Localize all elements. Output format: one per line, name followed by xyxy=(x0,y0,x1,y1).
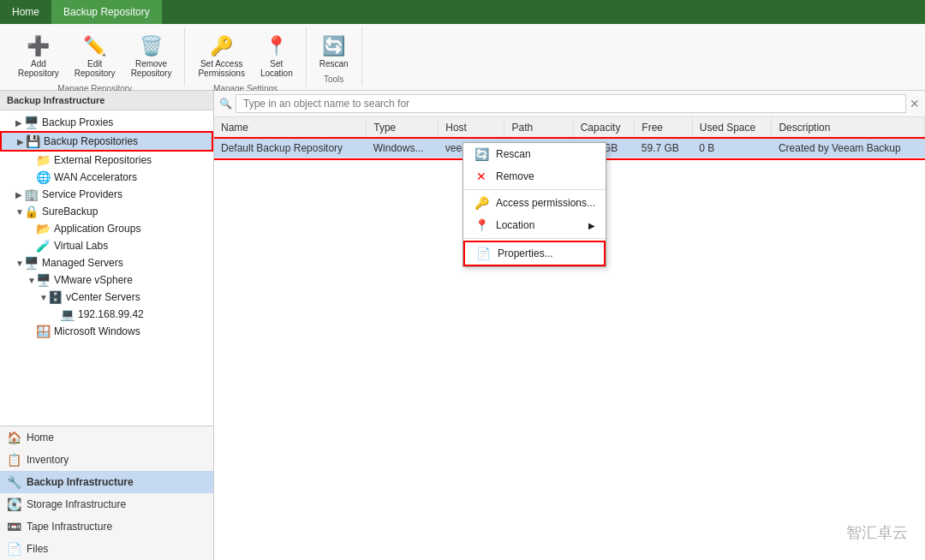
sidebar-item-service-providers[interactable]: ▶ 🏢 Service Providers xyxy=(0,186,213,203)
ip-label: 192.168.99.42 xyxy=(78,308,144,320)
app-groups-label: Application Groups xyxy=(54,223,140,235)
set-location-icon: 📍 xyxy=(265,35,288,57)
tools-group-label: Tools xyxy=(324,74,343,84)
inventory-nav-label: Inventory xyxy=(27,454,69,466)
ctx-rescan[interactable]: 🔄 Rescan xyxy=(463,143,606,165)
title-bar: Home Backup Repository xyxy=(0,0,925,24)
ctx-properties-label: Properties... xyxy=(498,247,553,259)
expand-arrow-ext xyxy=(27,156,36,165)
home-nav-label: Home xyxy=(27,432,54,444)
rescan-ribbon-label: Rescan xyxy=(319,59,349,69)
inventory-nav-icon: 📋 xyxy=(7,453,21,467)
sidebar-item-virtual-labs[interactable]: 🧪 Virtual Labs xyxy=(0,237,213,254)
edit-repository-label: EditRepository xyxy=(75,59,116,78)
add-repository-button[interactable]: ➕ AddRepository xyxy=(12,31,65,82)
backup-infra-nav-icon: 🔧 xyxy=(7,475,21,489)
storage-infra-nav-label: Storage Infrastructure xyxy=(27,498,126,510)
col-description[interactable]: Description xyxy=(772,117,925,139)
surebackup-label: SureBackup xyxy=(42,206,98,217)
sidebar-item-vmware-vsphere[interactable]: ▼ 🖥️ VMware vSphere xyxy=(0,271,213,289)
sidebar-section-title: Backup Infrastructure xyxy=(0,91,213,110)
set-access-label: Set AccessPermissions xyxy=(198,59,244,78)
backup-proxies-label: Backup Proxies xyxy=(42,116,113,128)
ctx-remove[interactable]: ✕ Remove xyxy=(463,165,606,188)
expand-arrow-win xyxy=(27,327,36,337)
ctx-properties[interactable]: 📄 Properties... xyxy=(463,241,606,266)
wan-label: WAN Accelerators xyxy=(54,171,137,183)
tab-backup-repository[interactable]: Backup Repository xyxy=(51,0,162,24)
col-path[interactable]: Path xyxy=(504,117,573,139)
search-clear-icon[interactable]: ✕ xyxy=(910,97,920,110)
tab-home[interactable]: Home xyxy=(0,0,51,24)
set-location-button[interactable]: 📍 SetLocation xyxy=(254,31,299,82)
sidebar-item-surebackup[interactable]: ▼ 🔒 SureBackup xyxy=(0,203,213,220)
nav-home[interactable]: 🏠 Home xyxy=(0,426,213,449)
col-name[interactable]: Name xyxy=(214,117,367,139)
virtual-labs-icon: 🧪 xyxy=(36,239,51,253)
ctx-access-permissions[interactable]: 🔑 Access permissions... xyxy=(463,192,606,214)
col-capacity[interactable]: Capacity xyxy=(573,117,635,139)
tape-infra-nav-label: Tape Infrastructure xyxy=(27,521,112,533)
expand-arrow-sb: ▼ xyxy=(15,207,24,217)
managed-servers-icon: 🖥️ xyxy=(24,256,39,270)
expand-arrow: ▶ xyxy=(15,118,24,128)
ctx-access-icon: 🔑 xyxy=(474,196,489,210)
nav-inventory[interactable]: 📋 Inventory xyxy=(0,449,213,471)
nav-tape-infra[interactable]: 📼 Tape Infrastructure xyxy=(0,515,213,538)
cell-free: 59.7 GB xyxy=(635,139,693,158)
nav-backup-infra[interactable]: 🔧 Backup Infrastructure xyxy=(0,471,213,493)
col-host[interactable]: Host xyxy=(439,117,504,139)
rescan-ribbon-button[interactable]: 🔄 Rescan xyxy=(313,31,355,73)
content-area: 🔍 ✕ Name Type Host Path Capacity Free Us… xyxy=(214,91,925,560)
external-repos-label: External Repositories xyxy=(54,154,152,166)
sidebar-item-external-repos[interactable]: 📁 External Repositories xyxy=(0,152,213,169)
sidebar-item-backup-proxies[interactable]: ▶ 🖥️ Backup Proxies xyxy=(0,114,213,131)
col-used-space[interactable]: Used Space xyxy=(692,117,772,139)
set-access-button[interactable]: 🔑 Set AccessPermissions xyxy=(192,31,250,82)
nav-storage-infra[interactable]: 💽 Storage Infrastructure xyxy=(0,493,213,515)
sidebar-item-wan-accelerators[interactable]: 🌐 WAN Accelerators xyxy=(0,169,213,186)
sidebar-item-ms-windows[interactable]: 🪟 Microsoft Windows xyxy=(0,323,213,340)
expand-arrow-vl xyxy=(27,241,36,251)
ctx-separator-1 xyxy=(463,189,606,190)
bottom-nav: 🏠 Home 📋 Inventory 🔧 Backup Infrastructu… xyxy=(0,426,213,560)
edit-repository-button[interactable]: ✏️ EditRepository xyxy=(69,31,122,82)
ctx-separator-2 xyxy=(463,238,606,239)
ctx-remove-icon: ✕ xyxy=(474,170,489,183)
ctx-rescan-icon: 🔄 xyxy=(474,147,489,161)
surebackup-icon: 🔒 xyxy=(24,205,39,218)
service-providers-label: Service Providers xyxy=(42,188,122,200)
files-nav-label: Files xyxy=(27,543,48,555)
ctx-remove-label: Remove xyxy=(496,170,534,182)
col-type[interactable]: Type xyxy=(367,117,439,139)
search-input[interactable] xyxy=(236,94,906,113)
files-nav-icon: 📄 xyxy=(7,542,21,556)
expand-arrow-vc: ▼ xyxy=(39,293,48,302)
col-free[interactable]: Free xyxy=(635,117,693,139)
cell-name: Default Backup Repository xyxy=(214,139,367,158)
sidebar-item-app-groups[interactable]: 📂 Application Groups xyxy=(0,220,213,237)
left-sidebar: Backup Infrastructure ▶ 🖥️ Backup Proxie… xyxy=(0,91,214,560)
cell-description: Created by Veeam Backup xyxy=(772,139,925,158)
sidebar-item-vcenter-servers[interactable]: ▼ 🗄️ vCenter Servers xyxy=(0,289,213,306)
sidebar-item-backup-repositories[interactable]: ▶ 💾 Backup Repositories xyxy=(0,131,213,152)
remove-repository-button[interactable]: 🗑️ RemoveRepository xyxy=(125,31,178,82)
vcenter-label: vCenter Servers xyxy=(66,291,140,303)
expand-arrow-ip xyxy=(51,310,60,319)
vcenter-icon: 🗄️ xyxy=(48,290,63,304)
managed-servers-label: Managed Servers xyxy=(42,257,123,269)
ctx-location-icon: 📍 xyxy=(474,218,489,232)
expand-arrow-ms: ▼ xyxy=(15,259,24,268)
sidebar-item-ip192[interactable]: 💻 192.168.99.42 xyxy=(0,306,213,323)
ctx-properties-icon: 📄 xyxy=(475,247,491,260)
backup-infra-nav-label: Backup Infrastructure xyxy=(27,476,134,488)
sidebar-item-managed-servers[interactable]: ▼ 🖥️ Managed Servers xyxy=(0,254,213,271)
backup-proxies-icon: 🖥️ xyxy=(24,116,39,129)
ribbon: ➕ AddRepository ✏️ EditRepository 🗑️ Rem… xyxy=(0,24,925,91)
add-repository-label: AddRepository xyxy=(18,59,59,78)
ctx-location[interactable]: 📍 Location ▶ xyxy=(463,214,606,236)
home-nav-icon: 🏠 xyxy=(7,431,21,444)
edit-icon: ✏️ xyxy=(83,35,106,57)
nav-files[interactable]: 📄 Files xyxy=(0,538,213,560)
ribbon-group-manage-settings: 🔑 Set AccessPermissions 📍 SetLocation Ma… xyxy=(185,27,306,86)
